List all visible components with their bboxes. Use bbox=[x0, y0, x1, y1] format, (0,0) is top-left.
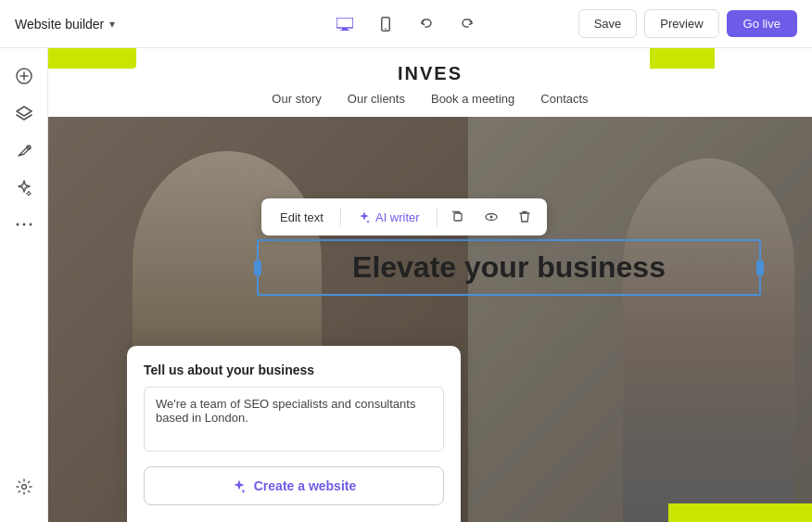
ai-writer-button[interactable]: AI writer bbox=[349, 206, 429, 229]
svg-point-12 bbox=[29, 223, 32, 226]
ai-panel-title: Tell us about your business bbox=[144, 363, 444, 377]
mobile-view-button[interactable] bbox=[371, 9, 400, 39]
svg-point-4 bbox=[385, 28, 387, 30]
create-website-label: Create a website bbox=[254, 478, 357, 493]
sidebar-item-design[interactable] bbox=[7, 134, 41, 167]
nav-our-story[interactable]: Our story bbox=[272, 92, 321, 106]
nav-contacts[interactable]: Contacts bbox=[540, 92, 588, 106]
main-layout: INVES Our story Our clients Book a meeti… bbox=[0, 48, 812, 522]
ai-writer-label: AI writer bbox=[375, 210, 420, 224]
sidebar bbox=[0, 48, 48, 522]
nav-our-clients[interactable]: Our clients bbox=[348, 92, 405, 106]
deco-lime-tl bbox=[48, 48, 136, 69]
topbar-left: Website builder ▾ bbox=[15, 17, 115, 32]
edit-text-label: Edit text bbox=[280, 210, 324, 224]
svg-point-13 bbox=[21, 485, 26, 490]
svg-rect-2 bbox=[340, 30, 349, 31]
ai-panel: Tell us about your business Create a web… bbox=[127, 346, 461, 522]
selected-text-wrap[interactable]: Elevate your business bbox=[257, 239, 761, 296]
hero-headline[interactable]: Elevate your business bbox=[273, 250, 744, 285]
golive-button[interactable]: Go live bbox=[727, 10, 797, 37]
sidebar-item-layers[interactable] bbox=[7, 96, 41, 130]
sidebar-item-more[interactable] bbox=[7, 208, 41, 241]
undo-button[interactable] bbox=[412, 9, 441, 39]
copy-button[interactable] bbox=[445, 204, 471, 230]
deco-lime-tr bbox=[650, 48, 715, 69]
site-nav: Our story Our clients Book a meeting Con… bbox=[48, 92, 812, 106]
redo-button[interactable] bbox=[452, 9, 482, 39]
sidebar-item-ai[interactable] bbox=[7, 171, 41, 204]
business-description-textarea[interactable] bbox=[144, 387, 444, 452]
edit-text-button[interactable]: Edit text bbox=[271, 206, 333, 229]
text-toolbar: Edit text AI writer bbox=[261, 198, 547, 236]
selected-text-border: Elevate your business bbox=[257, 239, 761, 296]
sidebar-item-settings[interactable] bbox=[7, 470, 41, 503]
svg-rect-0 bbox=[336, 18, 353, 28]
deco-lime-br bbox=[668, 503, 812, 522]
sidebar-bottom bbox=[7, 470, 41, 511]
topbar-center bbox=[330, 9, 482, 39]
topbar: Website builder ▾ Save Preview Go live bbox=[0, 0, 812, 48]
sidebar-item-add[interactable] bbox=[7, 59, 41, 93]
chevron-down-icon[interactable]: ▾ bbox=[109, 18, 115, 31]
canvas: INVES Our story Our clients Book a meeti… bbox=[48, 48, 812, 522]
delete-button[interactable] bbox=[512, 204, 538, 230]
svg-marker-8 bbox=[17, 107, 32, 116]
brand-label: Website builder bbox=[15, 17, 104, 32]
desktop-view-button[interactable] bbox=[330, 9, 360, 39]
svg-rect-14 bbox=[454, 213, 462, 221]
svg-point-10 bbox=[16, 223, 19, 226]
svg-point-11 bbox=[22, 223, 25, 226]
toolbar-divider-1 bbox=[340, 208, 341, 226]
svg-point-16 bbox=[489, 216, 492, 219]
toolbar-divider-2 bbox=[437, 208, 438, 226]
topbar-right: Save Preview Go live bbox=[578, 9, 797, 38]
preview-button[interactable]: Preview bbox=[644, 9, 718, 38]
preview-toggle-button[interactable] bbox=[478, 204, 504, 230]
nav-book-meeting[interactable]: Book a meeting bbox=[431, 92, 514, 106]
save-button[interactable]: Save bbox=[578, 9, 638, 38]
svg-rect-1 bbox=[342, 28, 348, 30]
create-website-button[interactable]: Create a website bbox=[144, 466, 444, 505]
